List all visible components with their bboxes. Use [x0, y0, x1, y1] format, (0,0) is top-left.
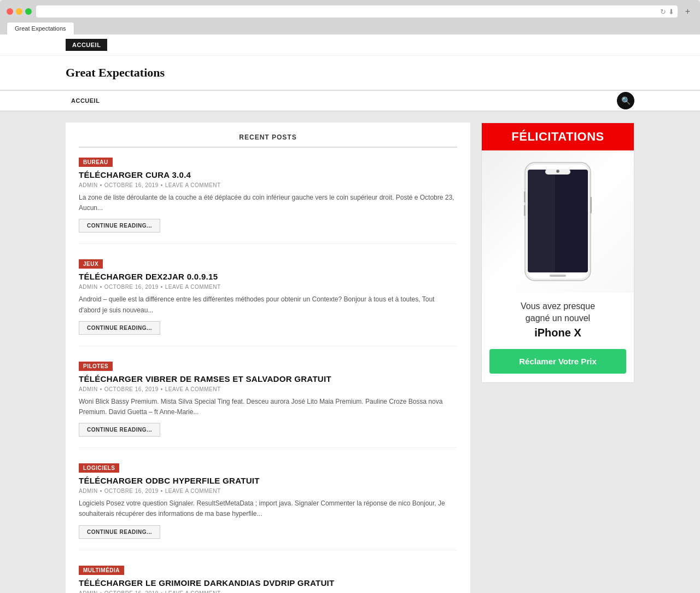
phone-svg	[522, 161, 593, 282]
ad-text: Vous avez presque gagné un nouvel iPhone…	[482, 293, 634, 344]
top-nav-accueil[interactable]: ACCUEIL	[66, 39, 107, 51]
post-author: ADMIN	[79, 488, 98, 494]
continue-reading-button[interactable]: CONTINUE READING...	[79, 525, 160, 539]
post-meta: ADMIN • OCTOBRE 16, 2019 • LEAVE A COMME…	[79, 284, 457, 290]
post-item: PILOTES TÉLÉCHARGER VIBRER DE RAMSES ET …	[79, 362, 457, 448]
ad-header: FÉLICITATIONS	[482, 123, 634, 150]
post-item: LOGICIELS TÉLÉCHARGER ODBC HYPERFILE GRA…	[79, 463, 457, 550]
content-area: RECENT POSTS BUREAU TÉLÉCHARGER CURA 3.0…	[66, 123, 470, 593]
ad-phone-image	[482, 150, 634, 293]
continue-reading-button[interactable]: CONTINUE READING...	[79, 219, 160, 232]
ad-banner: FÉLICITATIONS	[481, 123, 634, 383]
post-author: ADMIN	[79, 590, 98, 594]
search-icon: 🔍	[621, 96, 631, 105]
sidebar: FÉLICITATIONS	[481, 123, 634, 383]
post-excerpt: Woni Blick Bassy Premium. Mista Silva Sp…	[79, 397, 457, 417]
nav-bar: ACCUEIL 🔍	[0, 90, 700, 112]
svg-rect-6	[524, 191, 526, 202]
post-author: ADMIN	[79, 182, 98, 188]
dot-minimize[interactable]	[16, 8, 22, 15]
post-title: TÉLÉCHARGER VIBRER DE RAMSES ET SALVADOR…	[79, 374, 457, 383]
site-title: Great Expectations	[66, 66, 165, 79]
search-button[interactable]: 🔍	[617, 92, 634, 109]
meta-dot: •	[161, 488, 163, 494]
svg-rect-4	[528, 170, 555, 272]
meta-dot: •	[161, 182, 163, 188]
meta-dot: •	[161, 386, 163, 392]
section-title: RECENT POSTS	[79, 133, 457, 148]
address-bar[interactable]: ↻ ⬇	[36, 5, 678, 18]
post-excerpt: La zone de liste déroulante de la couche…	[79, 193, 457, 213]
post-item: BUREAU TÉLÉCHARGER CURA 3.0.4 ADMIN • OC…	[79, 158, 457, 244]
post-comment[interactable]: LEAVE A COMMENT	[165, 590, 221, 594]
category-badge[interactable]: LOGICIELS	[79, 463, 119, 473]
site-title-bar: Great Expectations	[0, 56, 700, 90]
post-title: TÉLÉCHARGER ODBC HYPERFILE GRATUIT	[79, 476, 457, 485]
post-title: TÉLÉCHARGER LE GRIMOIRE DARKANDIAS DVDRI…	[79, 578, 457, 588]
post-item: JEUX TÉLÉCHARGER DEX2JAR 0.0.9.15 ADMIN …	[79, 259, 457, 346]
svg-point-10	[557, 171, 559, 172]
continue-reading-button[interactable]: CONTINUE READING...	[79, 321, 160, 335]
dot-close[interactable]	[7, 8, 13, 15]
nav-item-accueil[interactable]: ACCUEIL	[66, 91, 105, 111]
meta-dot: •	[100, 182, 102, 188]
meta-dot: •	[100, 284, 102, 290]
meta-dot: •	[161, 284, 163, 290]
post-date: OCTOBRE 16, 2019	[104, 386, 159, 392]
post-excerpt: Logiciels Posez votre question Signaler.…	[79, 498, 457, 519]
category-badge[interactable]: MULTIMÉDIA	[79, 566, 124, 575]
post-author: ADMIN	[79, 284, 98, 290]
browser-dots	[7, 8, 32, 15]
post-date: OCTOBRE 16, 2019	[104, 488, 159, 494]
post-title: TÉLÉCHARGER CURA 3.0.4	[79, 170, 457, 179]
post-comment[interactable]: LEAVE A COMMENT	[165, 284, 221, 290]
page-wrapper: ACCUEIL Great Expectations ACCUEIL 🔍 REC…	[0, 34, 700, 593]
meta-dot: •	[100, 386, 102, 392]
browser-chrome: ↻ ⬇ + Great Expectations	[0, 0, 700, 34]
post-author: ADMIN	[79, 386, 98, 392]
category-badge[interactable]: JEUX	[79, 259, 103, 269]
dot-maximize[interactable]	[25, 8, 32, 15]
add-tab-button[interactable]: +	[682, 7, 693, 16]
reload-icon[interactable]: ↻	[660, 8, 666, 16]
post-meta: ADMIN • OCTOBRE 16, 2019 • LEAVE A COMME…	[79, 590, 457, 594]
post-excerpt: Android – quelle est la différence entre…	[79, 294, 457, 315]
download-icon: ⬇	[668, 8, 674, 16]
posts-container: BUREAU TÉLÉCHARGER CURA 3.0.4 ADMIN • OC…	[79, 158, 457, 593]
ad-text-bold: iPhone X	[534, 327, 581, 339]
post-item: MULTIMÉDIA TÉLÉCHARGER LE GRIMOIRE DARKA…	[79, 566, 457, 594]
post-comment[interactable]: LEAVE A COMMENT	[165, 182, 221, 188]
meta-dot: •	[161, 590, 163, 594]
category-badge[interactable]: BUREAU	[79, 158, 113, 167]
post-meta: ADMIN • OCTOBRE 16, 2019 • LEAVE A COMME…	[79, 488, 457, 494]
post-date: OCTOBRE 16, 2019	[104, 182, 159, 188]
svg-rect-8	[590, 197, 592, 213]
post-meta: ADMIN • OCTOBRE 16, 2019 • LEAVE A COMME…	[79, 386, 457, 392]
top-bar: ACCUEIL	[0, 34, 700, 56]
tab-label: Great Expectations	[15, 25, 66, 32]
meta-dot: •	[100, 488, 102, 494]
post-comment[interactable]: LEAVE A COMMENT	[165, 386, 221, 392]
meta-dot: •	[100, 590, 102, 594]
post-title: TÉLÉCHARGER DEX2JAR 0.0.9.15	[79, 272, 457, 281]
post-meta: ADMIN • OCTOBRE 16, 2019 • LEAVE A COMME…	[79, 182, 457, 188]
browser-tab[interactable]: Great Expectations	[7, 22, 74, 34]
svg-rect-7	[524, 205, 526, 216]
svg-rect-5	[550, 275, 566, 277]
category-badge[interactable]: PILOTES	[79, 362, 113, 371]
ad-text-line2: gagné un nouvel	[526, 313, 590, 323]
post-comment[interactable]: LEAVE A COMMENT	[165, 488, 221, 494]
ad-text-line1: Vous avez presque	[521, 301, 595, 311]
main-layout: RECENT POSTS BUREAU TÉLÉCHARGER CURA 3.0…	[0, 112, 700, 593]
continue-reading-button[interactable]: CONTINUE READING...	[79, 423, 160, 437]
post-date: OCTOBRE 16, 2019	[104, 590, 159, 594]
ad-claim-button[interactable]: Réclamer Votre Prix	[489, 349, 626, 374]
post-date: OCTOBRE 16, 2019	[104, 284, 159, 290]
